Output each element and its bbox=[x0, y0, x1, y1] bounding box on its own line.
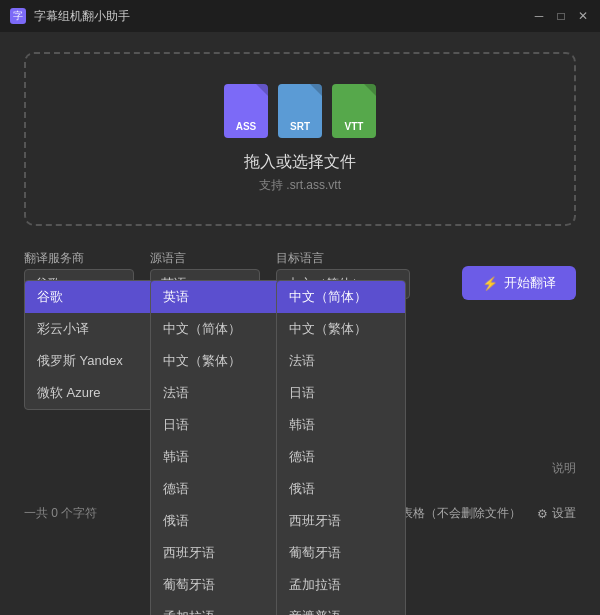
app-icon: 字 bbox=[10, 8, 26, 24]
vendor-group: 翻译服务商 谷歌 ▼ 谷歌 彩云小译 俄罗斯 Yandex 微软 Azure bbox=[24, 250, 134, 299]
source-group: 源语言 英语 ▼ 英语 中文（简体） 中文（繁体） 法语 日语 韩语 德语 俄语… bbox=[150, 250, 260, 299]
source-item-1[interactable]: 中文（简体） bbox=[151, 313, 279, 345]
settings-label: 设置 bbox=[552, 505, 576, 522]
drop-subtitle: 支持 .srt.ass.vtt bbox=[46, 177, 554, 194]
source-item-6[interactable]: 德语 bbox=[151, 473, 279, 505]
target-item-4[interactable]: 韩语 bbox=[277, 409, 405, 441]
main-content: ASS SRT VTT 拖入或选择文件 支持 .srt.ass.vtt 翻译服务… bbox=[0, 32, 600, 534]
target-item-5[interactable]: 德语 bbox=[277, 441, 405, 473]
source-item-3[interactable]: 法语 bbox=[151, 377, 279, 409]
minimize-button[interactable]: ─ bbox=[532, 9, 546, 23]
start-button-label: 开始翻译 bbox=[504, 274, 556, 292]
target-item-1[interactable]: 中文（繁体） bbox=[277, 313, 405, 345]
char-count: 一共 0 个字符 bbox=[24, 505, 97, 522]
vendor-dropdown: 谷歌 彩云小译 俄罗斯 Yandex 微软 Azure bbox=[24, 280, 154, 410]
source-item-2[interactable]: 中文（繁体） bbox=[151, 345, 279, 377]
target-item-10[interactable]: 旁遮普语 bbox=[277, 601, 405, 615]
target-item-6[interactable]: 俄语 bbox=[277, 473, 405, 505]
title-bar: 字 字幕组机翻小助手 ─ □ ✕ bbox=[0, 0, 600, 32]
settings-icon: ⚙ bbox=[537, 507, 548, 521]
maximize-button[interactable]: □ bbox=[554, 9, 568, 23]
source-item-7[interactable]: 俄语 bbox=[151, 505, 279, 537]
drop-title: 拖入或选择文件 bbox=[46, 152, 554, 173]
source-item-0[interactable]: 英语 bbox=[151, 281, 279, 313]
vendor-label: 翻译服务商 bbox=[24, 250, 134, 267]
source-item-9[interactable]: 葡萄牙语 bbox=[151, 569, 279, 601]
vendor-item-2[interactable]: 俄罗斯 Yandex bbox=[25, 345, 153, 377]
target-item-0[interactable]: 中文（简体） bbox=[277, 281, 405, 313]
target-item-7[interactable]: 西班牙语 bbox=[277, 505, 405, 537]
source-item-8[interactable]: 西班牙语 bbox=[151, 537, 279, 569]
app-title: 字幕组机翻小助手 bbox=[34, 8, 532, 25]
target-item-9[interactable]: 孟加拉语 bbox=[277, 569, 405, 601]
ass-file-icon: ASS bbox=[224, 84, 268, 138]
source-label: 源语言 bbox=[150, 250, 260, 267]
start-button[interactable]: ⚡ 开始翻译 bbox=[462, 266, 576, 300]
target-item-3[interactable]: 日语 bbox=[277, 377, 405, 409]
target-group: 目标语言 中文（简体） ▼ 中文（简体） 中文（繁体） 法语 日语 韩语 德语 … bbox=[276, 250, 410, 299]
vendor-item-0[interactable]: 谷歌 bbox=[25, 281, 153, 313]
window-controls: ─ □ ✕ bbox=[532, 9, 590, 23]
vendor-item-3[interactable]: 微软 Azure bbox=[25, 377, 153, 409]
target-dropdown: 中文（简体） 中文（繁体） 法语 日语 韩语 德语 俄语 西班牙语 葡萄牙语 孟… bbox=[276, 280, 406, 615]
target-label: 目标语言 bbox=[276, 250, 410, 267]
file-icons: ASS SRT VTT bbox=[46, 84, 554, 138]
drop-zone[interactable]: ASS SRT VTT 拖入或选择文件 支持 .srt.ass.vtt bbox=[24, 52, 576, 226]
srt-file-icon: SRT bbox=[278, 84, 322, 138]
vtt-file-icon: VTT bbox=[332, 84, 376, 138]
target-item-8[interactable]: 葡萄牙语 bbox=[277, 537, 405, 569]
source-item-10[interactable]: 孟加拉语 bbox=[151, 601, 279, 615]
close-button[interactable]: ✕ bbox=[576, 9, 590, 23]
source-dropdown: 英语 中文（简体） 中文（繁体） 法语 日语 韩语 德语 俄语 西班牙语 葡萄牙… bbox=[150, 280, 280, 615]
settings-button[interactable]: ⚙ 设置 bbox=[537, 505, 576, 522]
vendor-item-1[interactable]: 彩云小译 bbox=[25, 313, 153, 345]
source-item-4[interactable]: 日语 bbox=[151, 409, 279, 441]
source-item-5[interactable]: 韩语 bbox=[151, 441, 279, 473]
target-item-2[interactable]: 法语 bbox=[277, 345, 405, 377]
description-label: 说明 bbox=[552, 460, 576, 477]
lightning-icon: ⚡ bbox=[482, 276, 498, 291]
